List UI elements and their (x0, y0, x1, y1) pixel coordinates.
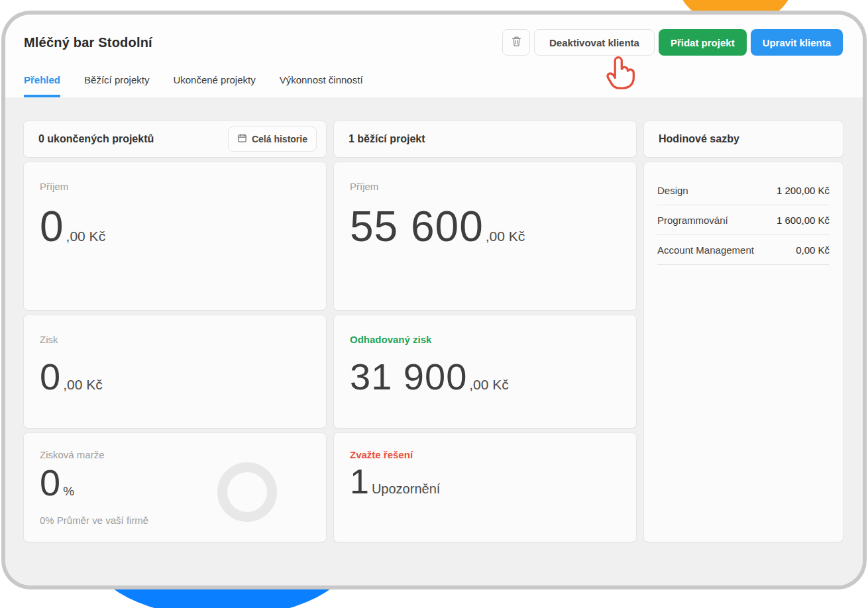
margin-footnote: 0% Průměr ve vaší firmě (40, 515, 310, 526)
margin-donut-chart (217, 462, 277, 522)
metric-label: Zisk (40, 334, 310, 345)
metric-label: Zvažte řešení (350, 449, 620, 460)
finished-projects-header-card: 0 ukončených projektů Celá historie (24, 121, 326, 157)
finished-projects-title: 0 ukončených projektů (38, 133, 154, 145)
rate-value: 0,00 Kč (796, 244, 830, 256)
page-title: Mléčný bar Stodolní (24, 29, 152, 50)
finished-profit-card: Zisk 0 ,00 Kč (24, 315, 326, 428)
metric-suffix: ,00 Kč (63, 377, 103, 393)
hourly-rates-header-card: Hodinové sazby (644, 121, 843, 157)
running-income-card: Příjem 55 600 ,00 Kč (334, 162, 636, 310)
rate-row: Programmování 1 600,00 Kč (657, 205, 830, 235)
rate-name: Account Management (657, 244, 754, 256)
rate-value: 1 200,00 Kč (777, 185, 830, 196)
delete-client-button[interactable] (502, 29, 530, 56)
deactivate-client-button[interactable]: Deaktivovat klienta (534, 29, 655, 56)
metric-value: 0 (40, 358, 61, 395)
metric-label: Příjem (40, 181, 310, 192)
panel-header: Mléčný bar Stodolní Deaktivovat klienta … (5, 15, 863, 97)
client-detail-panel: Mléčný bar Stodolní Deaktivovat klienta … (5, 15, 863, 585)
finished-projects-column: 0 ukončených projektů Celá historie Příj… (24, 121, 326, 542)
full-history-button[interactable]: Celá historie (228, 127, 317, 152)
tab-bar: Přehled Běžící projekty Ukončené projekt… (24, 74, 843, 97)
metric-label: Zisková marže (40, 449, 310, 460)
metric-suffix: ,00 Kč (66, 228, 106, 244)
full-history-label: Celá historie (252, 134, 307, 144)
rate-name: Programmování (657, 215, 728, 226)
add-project-button[interactable]: Přidat projekt (659, 29, 747, 56)
hand-pointer-annotation-icon (598, 53, 641, 95)
overview-content: 0 ukončených projektů Celá historie Příj… (5, 97, 863, 585)
metric-suffix: ,00 Kč (486, 228, 525, 244)
trash-icon (511, 36, 522, 49)
estimated-profit-card: Odhadovaný zisk 31 900 ,00 Kč (334, 315, 636, 428)
tab-finished-projects[interactable]: Ukončené projekty (173, 74, 255, 97)
metric-suffix: Upozornění (372, 481, 440, 497)
running-project-header-card: 1 běžící projekt (334, 121, 636, 157)
tab-overview[interactable]: Přehled (24, 74, 60, 97)
tab-activity-performance[interactable]: Výkonnost činností (280, 74, 363, 97)
metric-label: Odhadovaný zisk (350, 334, 620, 345)
rate-value: 1 600,00 Kč (777, 215, 830, 226)
running-project-title: 1 běžící projekt (349, 133, 425, 145)
edit-client-button[interactable]: Upravit klienta (751, 29, 843, 56)
finished-income-card: Příjem 0 ,00 Kč (24, 162, 326, 310)
toolbar: Deaktivovat klienta Přidat projekt Uprav… (502, 29, 843, 56)
tab-running-projects[interactable]: Běžící projekty (84, 74, 149, 97)
metric-value: 1 (350, 464, 370, 499)
rate-row: Account Management 0,00 Kč (657, 235, 830, 265)
metric-value: 31 900 (350, 358, 467, 395)
metric-suffix: % (63, 484, 74, 499)
warnings-card: Zvažte řešení 1 Upozornění (334, 433, 636, 542)
rate-row: Design 1 200,00 Kč (657, 176, 830, 205)
metric-label: Příjem (350, 181, 620, 192)
hourly-rates-column: Hodinové sazby Design 1 200,00 Kč Progra… (644, 121, 843, 542)
hourly-rates-title: Hodinové sazby (659, 133, 739, 145)
metric-value: 0 (40, 464, 61, 501)
profit-margin-card: Zisková marže 0 % 0% Průměr ve vaší firm… (24, 433, 326, 542)
metric-suffix: ,00 Kč (469, 377, 509, 393)
metric-value: 0 (40, 205, 64, 248)
rate-name: Design (657, 185, 688, 196)
metric-value: 55 600 (350, 205, 484, 248)
calendar-icon (237, 133, 247, 145)
hourly-rates-card: Design 1 200,00 Kč Programmování 1 600,0… (644, 162, 843, 542)
running-project-column: 1 běžící projekt Příjem 55 600 ,00 Kč Od… (334, 121, 636, 542)
